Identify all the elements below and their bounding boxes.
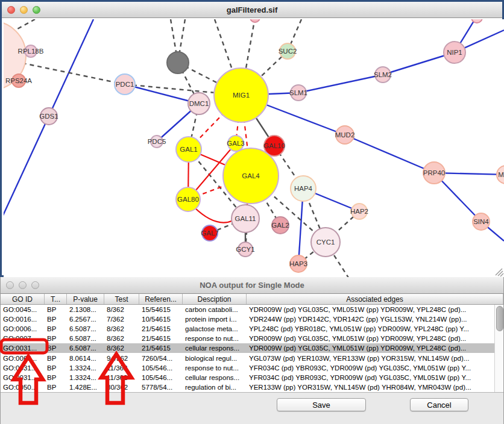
graph-window-titlebar[interactable]: galFiltered.sif (2, 2, 502, 18)
node-dark-node[interactable] (167, 52, 189, 73)
column-header-p-value[interactable]: P-value (67, 294, 104, 304)
node-label-NIP1: NIP1 (447, 49, 462, 56)
cell-type: BP (45, 316, 67, 323)
edge[interactable] (298, 75, 383, 93)
table-body: GO:0045...BP2.1308...8/36215/54615carbon… (1, 305, 503, 393)
screen: galFiltered.sif RPL18BRPS24AGDS1PDC1MIG1… (0, 0, 504, 424)
cell-go_id: GO:0006... (1, 325, 45, 332)
cell-p_value: 8.0614... (67, 355, 104, 362)
cell-type: BP (45, 364, 67, 372)
cell-reference: 21/54615 (139, 325, 183, 332)
table-row[interactable]: GO:0031...BP6.5087...8/36221/54615cellul… (1, 343, 503, 353)
noa-window: NOA output for Single Mode GO IDT...P-va… (0, 277, 504, 424)
cancel-button[interactable]: Cancel (410, 398, 468, 411)
node-label-SIN4: SIN4 (473, 218, 489, 225)
edge[interactable] (125, 84, 199, 104)
traffic-lights (7, 6, 40, 14)
network-svg[interactable]: RPL18BRPS24AGDS1PDC1MIG1SUC2SLM1SLM2NIP1… (4, 19, 504, 277)
table-row[interactable]: GO:0065...BP8.0614...94/3627260/54...bio… (1, 353, 503, 363)
node-label-SUC2: SUC2 (279, 48, 297, 55)
zoom-button[interactable] (33, 6, 40, 14)
graph-window: galFiltered.sif RPL18BRPS24AGDS1PDC1MIG1… (0, 0, 504, 277)
node-label-GDS1: GDS1 (39, 113, 58, 120)
zoom-button-inactive[interactable] (31, 281, 39, 289)
resize-grip[interactable] (496, 269, 503, 276)
table-row[interactable]: GO:0031...BP1.3324...11/362105/546...res… (1, 363, 503, 373)
minimize-button-inactive[interactable] (19, 281, 27, 289)
vertical-scrollbar[interactable] (494, 305, 503, 392)
cell-p_value: 6.5087... (67, 335, 104, 342)
close-button[interactable] (7, 6, 15, 14)
node-label-MIG1: MIG1 (233, 92, 250, 99)
table-row[interactable]: GO:0016...BP6.2567...7/36210/54615protei… (1, 314, 503, 324)
cell-type: BP (45, 306, 67, 313)
node-label-GAL2: GAL2 (271, 222, 289, 229)
cell-type: BP (45, 355, 67, 362)
cell-reference: 21/54615 (139, 344, 183, 352)
column-header-t-[interactable]: T... (45, 294, 67, 304)
table-row[interactable]: GO:0045...BP2.1308...8/36215/54615carbon… (1, 305, 503, 314)
cell-go_id: GO:0045... (1, 306, 45, 313)
scrollbar-thumb[interactable] (496, 306, 503, 331)
cell-go_id: GO:0031... (1, 364, 45, 372)
cell-go_id: GO:0050... (1, 384, 45, 391)
minimize-button[interactable] (20, 6, 28, 14)
table-row[interactable]: GO:0050...BP1.428E...80/3625778/54...reg… (1, 382, 503, 392)
table-row[interactable]: GO:0031...BP1.3324...11/362105/546...cel… (1, 373, 503, 382)
column-header-associated-edges[interactable]: Associated edges (247, 294, 503, 304)
column-header-go-id[interactable]: GO ID (1, 294, 45, 304)
cell-p_value: 1.428E... (67, 384, 104, 391)
node-label-GAL7: GAL7 (201, 229, 218, 237)
column-header-desciption[interactable]: Desciption (183, 294, 247, 304)
node-label-GAL1: GAL1 (180, 146, 197, 153)
cell-go_id: GO:0007... (1, 335, 45, 342)
cell-go_id: GO:0031... (1, 374, 45, 381)
close-button-inactive[interactable] (6, 281, 14, 289)
noa-traffic-lights (6, 281, 39, 289)
cell-edges: YDR009W (pd) YGL035C, YML051W (pp) YDR00… (247, 344, 503, 352)
node-label-HAP4: HAP4 (294, 185, 313, 192)
cell-reference: 21/54615 (139, 335, 183, 342)
table-rows: GO:0045...BP2.1308...8/36215/54615carbon… (1, 305, 503, 392)
nodes-layer: RPL18BRPS24AGDS1PDC1MIG1SUC2SLM1SLM2NIP1… (4, 19, 504, 272)
edge[interactable] (194, 207, 233, 223)
node-label-SLM2: SLM2 (374, 71, 392, 78)
cell-test: 8/362 (104, 306, 139, 313)
column-header-referen-[interactable]: Referen... (139, 294, 183, 304)
cell-test: 11/362 (104, 364, 139, 372)
cell-type: BP (45, 325, 67, 332)
node-label-MUD2: MUD2 (335, 131, 355, 139)
cell-edges: YDR009W (pd) YGL035C, YML051W (pp) YDR00… (247, 335, 503, 342)
node-label-PDC5: PDC5 (148, 138, 166, 145)
node-label-SLM1: SLM1 (289, 89, 307, 96)
noa-window-titlebar[interactable]: NOA output for Single Mode (1, 277, 503, 294)
cell-edges: YDR009W (pd) YGL035C, YML051W (pp) YDR00… (247, 306, 503, 313)
cell-reference: 105/546... (139, 364, 183, 372)
cell-description: galactose meta... (183, 325, 247, 332)
cell-reference: 7260/54... (139, 355, 183, 362)
table-row[interactable]: GO:0007...BP6.5087...8/36221/54615respon… (1, 334, 503, 343)
cell-reference: 5778/54... (139, 384, 183, 391)
save-button[interactable]: Save (277, 398, 366, 411)
node-tiny-top[interactable] (250, 19, 260, 22)
cell-edges: YGL073W (pd) YER103W, YER133W (pp) YOR31… (247, 355, 503, 362)
cell-description: carbon cataboli... (183, 306, 247, 313)
cell-test: 8/362 (104, 344, 139, 352)
cell-edges: YER133W (pp) YOR315W, YNL145W (pd) YHR08… (247, 384, 503, 391)
cell-p_value: 6.5087... (67, 325, 104, 332)
cell-type: BP (45, 374, 67, 381)
table-row[interactable]: GO:0006...BP6.5087...8/36221/54615galact… (1, 324, 503, 334)
cell-description: cellular respons... (183, 374, 247, 381)
cell-p_value: 1.3324... (67, 364, 104, 372)
cell-test: 7/362 (104, 316, 139, 323)
node-label-GAL80: GAL80 (177, 196, 199, 203)
noa-window-title: NOA output for Single Mode (1, 281, 503, 290)
cell-description: response to nut... (183, 335, 247, 342)
edge[interactable] (345, 135, 434, 173)
node-label-PDC1: PDC1 (116, 81, 134, 88)
cell-p_value: 6.2567... (67, 316, 104, 323)
network-canvas[interactable]: RPL18BRPS24AGDS1PDC1MIG1SUC2SLM1SLM2NIP1… (4, 19, 504, 277)
cell-test: 11/362 (104, 374, 139, 381)
column-header-test[interactable]: Test (104, 294, 139, 304)
cell-test: 8/362 (104, 325, 139, 332)
